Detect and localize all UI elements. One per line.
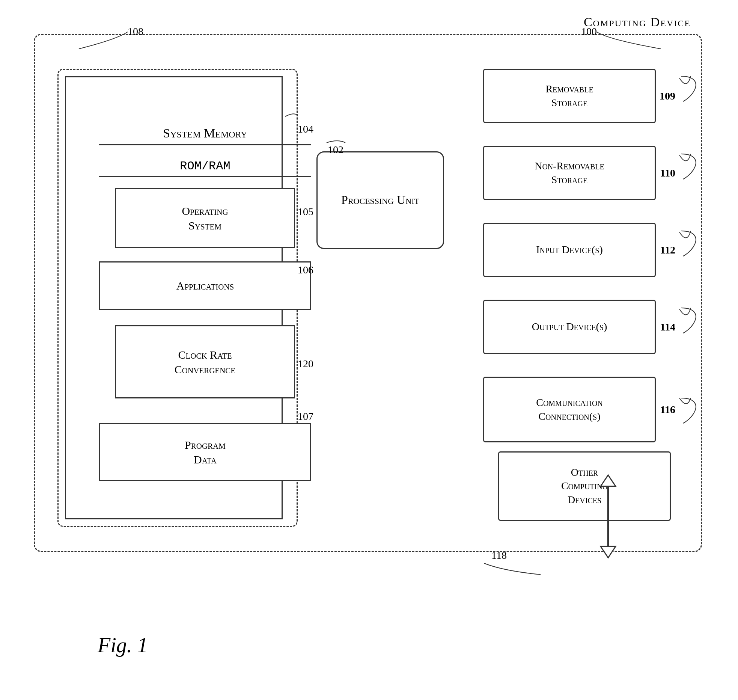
ref-105: 105 xyxy=(298,206,313,218)
ref-118: 118 xyxy=(491,549,507,561)
ref-116: 116 xyxy=(660,404,675,416)
other-devices-label: Other Computing Devices xyxy=(561,466,608,507)
output-devices-label: Output Device(s) xyxy=(532,320,607,333)
removable-line2: Storage xyxy=(551,97,587,109)
ref-104: 104 xyxy=(298,123,313,135)
os-box: Operating System xyxy=(115,188,295,248)
processing-unit-label: Processing Unit xyxy=(341,192,419,208)
program-data-line1: Program xyxy=(185,439,226,451)
ref-114: 114 xyxy=(660,321,675,333)
removable-line1: Removable xyxy=(545,83,593,95)
system-memory-box: System Memory ROM/RAM Operating System A… xyxy=(65,76,283,519)
non-removable-line1: Non-Removable xyxy=(535,160,604,172)
ref-100: 100 xyxy=(581,26,597,38)
other-computing-devices-box: Other Computing Devices xyxy=(498,451,671,521)
output-devices-box: Output Device(s) 114 xyxy=(483,300,656,354)
comm-line2: Connection(s) xyxy=(538,410,600,422)
os-line2: System xyxy=(188,219,221,232)
ref-108: 108 xyxy=(128,26,143,38)
input-devices-box: Input Device(s) 112 xyxy=(483,223,656,277)
program-data-line2: Data xyxy=(194,453,217,466)
ref-109: 109 xyxy=(660,90,675,102)
processing-unit-box: Processing Unit xyxy=(316,151,444,249)
ref-106: 106 xyxy=(298,264,313,276)
ref-102: 102 xyxy=(328,144,343,156)
program-data-box: Program Data xyxy=(99,423,311,481)
program-data-label: Program Data xyxy=(185,438,226,467)
other-line3: Devices xyxy=(568,494,601,505)
non-removable-line2: Storage xyxy=(551,174,587,186)
other-line1: Other xyxy=(571,466,598,478)
rom-ram-label: ROM/RAM xyxy=(99,156,311,177)
system-memory-header: System Memory xyxy=(99,122,311,145)
comm-line1: Communication xyxy=(536,397,603,408)
clock-rate-box: Clock Rate Convergence xyxy=(115,325,295,398)
non-removable-storage-box: Non-Removable Storage 110 xyxy=(483,146,656,200)
removable-storage-label: Removable Storage xyxy=(545,82,593,110)
fig-label: Fig. 1 xyxy=(98,633,148,657)
communication-box: Communication Connection(s) 116 xyxy=(483,377,656,442)
outer-dashed-border: System Memory ROM/RAM Operating System A… xyxy=(34,34,702,552)
applications-box: Applications xyxy=(99,261,311,310)
input-devices-label: Input Device(s) xyxy=(536,243,602,256)
clock-rate-line1: Clock Rate xyxy=(178,348,232,361)
ref-120: 120 xyxy=(298,358,313,370)
non-removable-label: Non-Removable Storage xyxy=(535,159,604,187)
ref-107: 107 xyxy=(298,410,313,422)
os-label: Operating System xyxy=(182,204,228,233)
os-line1: Operating xyxy=(182,205,228,217)
ref-112: 112 xyxy=(660,244,675,256)
applications-label: Applications xyxy=(176,279,234,292)
computing-device-label: Computing Device xyxy=(584,15,691,29)
removable-storage-box: Removable Storage 109 xyxy=(483,69,656,123)
other-line2: Computing xyxy=(561,480,608,492)
right-boxes-container: Removable Storage 109 Non-Removable Stor… xyxy=(483,69,671,442)
ref-110: 110 xyxy=(660,167,675,179)
clock-rate-line2: Convergence xyxy=(175,363,235,376)
clock-rate-label: Clock Rate Convergence xyxy=(175,347,235,377)
communication-label: Communication Connection(s) xyxy=(536,396,603,423)
